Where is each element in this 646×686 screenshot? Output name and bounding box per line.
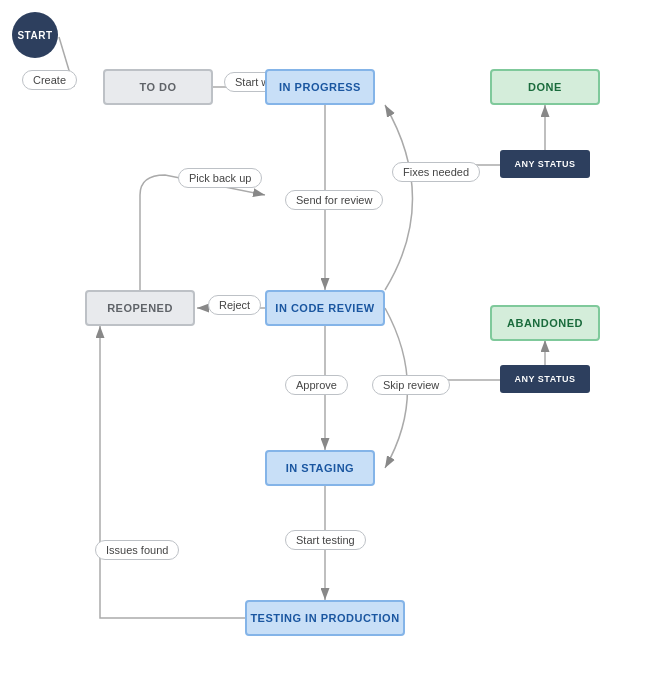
issues-found-label[interactable]: Issues found (95, 540, 179, 560)
abandoned-label: ABANDONED (507, 317, 583, 329)
pick-back-up-label[interactable]: Pick back up (178, 168, 262, 188)
in-code-review-node[interactable]: IN CODE REVIEW (265, 290, 385, 326)
in-staging-node[interactable]: IN STAGING (265, 450, 375, 486)
any-status-1-label: ANY STATUS (514, 159, 575, 169)
testing-in-production-node[interactable]: TESTING IN PRODUCTION (245, 600, 405, 636)
testing-in-production-label: TESTING IN PRODUCTION (250, 612, 399, 624)
start-label: START (17, 30, 52, 41)
start-testing-label[interactable]: Start testing (285, 530, 366, 550)
reopened-label: REOPENED (107, 302, 173, 314)
todo-label: TO DO (139, 81, 176, 93)
abandoned-node[interactable]: ABANDONED (490, 305, 600, 341)
create-label[interactable]: Create (22, 70, 77, 90)
any-status-2-label: ANY STATUS (514, 374, 575, 384)
workflow-diagram: START Create TO DO Start work IN PROGRES… (0, 0, 646, 686)
send-for-review-label[interactable]: Send for review (285, 190, 383, 210)
in-staging-label: IN STAGING (286, 462, 354, 474)
done-node[interactable]: DONE (490, 69, 600, 105)
done-label: DONE (528, 81, 562, 93)
fixes-needed-label[interactable]: Fixes needed (392, 162, 480, 182)
reject-label[interactable]: Reject (208, 295, 261, 315)
skip-review-label[interactable]: Skip review (372, 375, 450, 395)
start-node[interactable]: START (12, 12, 58, 58)
in-progress-label: IN PROGRESS (279, 81, 361, 93)
any-status-1-node[interactable]: ANY STATUS (500, 150, 590, 178)
in-code-review-label: IN CODE REVIEW (275, 302, 374, 314)
any-status-2-node[interactable]: ANY STATUS (500, 365, 590, 393)
todo-node[interactable]: TO DO (103, 69, 213, 105)
in-progress-node[interactable]: IN PROGRESS (265, 69, 375, 105)
approve-label[interactable]: Approve (285, 375, 348, 395)
reopened-node[interactable]: REOPENED (85, 290, 195, 326)
